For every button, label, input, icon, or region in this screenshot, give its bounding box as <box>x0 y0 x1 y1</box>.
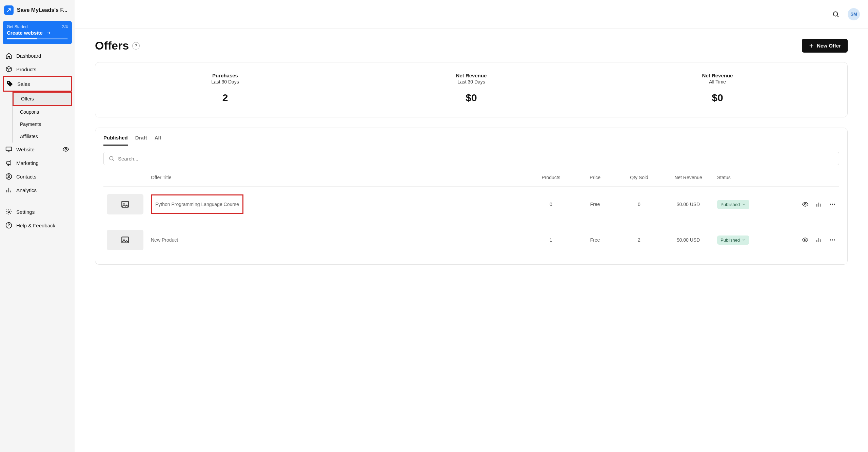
subnav-payments[interactable]: Payments <box>15 118 72 130</box>
bar-chart-icon <box>5 187 12 193</box>
eye-icon[interactable] <box>62 146 69 153</box>
svg-point-4 <box>8 175 10 176</box>
col-revenue[interactable]: Net Revenue <box>663 175 714 180</box>
status-badge[interactable]: Published <box>717 236 749 245</box>
offers-table-card: Published Draft All Offer Title Products… <box>95 128 848 265</box>
megaphone-icon <box>5 159 12 166</box>
svg-point-20 <box>834 239 835 240</box>
offer-title[interactable]: New Product <box>151 237 178 243</box>
tab-draft[interactable]: Draft <box>135 135 147 146</box>
get-started-card[interactable]: Get Started 2/4 Create website <box>3 21 72 44</box>
cube-icon <box>5 66 12 73</box>
help-circle-icon <box>5 222 12 229</box>
svg-point-16 <box>123 239 124 240</box>
chevron-down-icon <box>742 202 746 206</box>
col-status[interactable]: Status <box>717 175 771 180</box>
stats-icon[interactable] <box>815 201 822 208</box>
svg-point-14 <box>834 204 835 205</box>
workspace-switcher[interactable]: Save MyLeads's F... <box>3 3 72 21</box>
nav-label: Marketing <box>16 160 39 166</box>
search-input[interactable] <box>118 156 834 162</box>
svg-point-19 <box>832 239 833 240</box>
table-row[interactable]: New Product 1 Free 2 $0.00 USD Published <box>103 222 839 258</box>
svg-point-10 <box>123 203 124 204</box>
svg-point-0 <box>8 82 9 83</box>
subnav-offers[interactable]: Offers <box>13 92 72 106</box>
svg-rect-1 <box>6 147 12 151</box>
offer-qty: 2 <box>619 237 659 243</box>
offer-price: Free <box>575 237 615 243</box>
offer-price: Free <box>575 202 615 207</box>
offer-thumbnail <box>107 230 143 250</box>
search-icon <box>108 155 115 162</box>
get-started-progress-bar <box>7 38 68 39</box>
preview-icon[interactable] <box>802 201 809 208</box>
stats-icon[interactable] <box>815 237 822 243</box>
more-icon[interactable] <box>829 237 836 243</box>
nav-label: Products <box>16 67 36 72</box>
nav-sales[interactable]: Sales <box>3 76 72 92</box>
app-logo-icon <box>4 5 14 15</box>
tab-published[interactable]: Published <box>103 135 128 146</box>
offer-thumbnail <box>107 194 143 214</box>
nav-dashboard[interactable]: Dashboard <box>3 49 72 62</box>
help-icon[interactable]: ? <box>132 42 140 50</box>
user-circle-icon <box>5 173 12 180</box>
table-header: Offer Title Products Price Qty Sold Net … <box>103 169 839 186</box>
nav-label: Help & Feedback <box>16 223 55 228</box>
nav-analytics[interactable]: Analytics <box>3 183 72 197</box>
main: SM Offers ? New Offer Purchases Last 30 … <box>75 0 868 452</box>
chevron-down-icon <box>742 238 746 242</box>
search-box[interactable] <box>103 152 839 165</box>
home-icon <box>5 52 12 59</box>
offer-products: 0 <box>531 202 571 207</box>
offer-qty: 0 <box>619 202 659 207</box>
nav-website[interactable]: Website <box>3 143 72 156</box>
nav-label: Analytics <box>16 187 37 193</box>
nav-label: Dashboard <box>16 53 41 59</box>
gear-icon <box>5 208 12 215</box>
col-qty[interactable]: Qty Sold <box>619 175 659 180</box>
svg-point-13 <box>832 204 833 205</box>
tag-icon <box>6 80 13 87</box>
new-offer-button[interactable]: New Offer <box>802 39 848 53</box>
offer-revenue: $0.00 USD <box>663 202 714 207</box>
offer-title[interactable]: Python Programming Language Course <box>151 194 243 214</box>
svg-point-11 <box>805 204 806 205</box>
svg-point-12 <box>830 204 831 205</box>
svg-point-2 <box>65 149 67 150</box>
stat-purchases: Purchases Last 30 Days 2 <box>102 73 348 103</box>
subnav-affiliates[interactable]: Affiliates <box>15 130 72 143</box>
subnav-coupons[interactable]: Coupons <box>15 106 72 118</box>
search-icon[interactable] <box>832 11 840 18</box>
plus-icon <box>809 43 814 49</box>
get-started-progress: 2/4 <box>62 24 68 29</box>
nav-label: Website <box>16 147 35 152</box>
nav-marketing[interactable]: Marketing <box>3 156 72 170</box>
col-products[interactable]: Products <box>531 175 571 180</box>
svg-point-7 <box>833 12 838 16</box>
col-title[interactable]: Offer Title <box>151 175 527 180</box>
offer-revenue: $0.00 USD <box>663 237 714 243</box>
nav-settings[interactable]: Settings <box>3 205 72 219</box>
col-price[interactable]: Price <box>575 175 615 180</box>
stat-revenue-all: Net Revenue All Time $0 <box>594 73 841 103</box>
tabs: Published Draft All <box>103 135 839 146</box>
avatar[interactable]: SM <box>848 8 860 20</box>
nav-help[interactable]: Help & Feedback <box>3 219 72 232</box>
stat-revenue-30d: Net Revenue Last 30 Days $0 <box>348 73 594 103</box>
stats-card: Purchases Last 30 Days 2 Net Revenue Las… <box>95 62 848 117</box>
table-row[interactable]: Python Programming Language Course 0 Fre… <box>103 186 839 222</box>
nav-products[interactable]: Products <box>3 62 72 76</box>
sidebar: Save MyLeads's F... Get Started 2/4 Crea… <box>0 0 75 452</box>
more-icon[interactable] <box>829 201 836 208</box>
svg-point-5 <box>8 211 10 213</box>
nav-contacts[interactable]: Contacts <box>3 170 72 183</box>
monitor-icon <box>5 146 12 153</box>
offer-products: 1 <box>531 237 571 243</box>
workspace-name: Save MyLeads's F... <box>17 7 67 13</box>
preview-icon[interactable] <box>802 237 809 243</box>
tab-all[interactable]: All <box>155 135 161 146</box>
status-badge[interactable]: Published <box>717 200 749 209</box>
svg-point-8 <box>110 156 113 160</box>
